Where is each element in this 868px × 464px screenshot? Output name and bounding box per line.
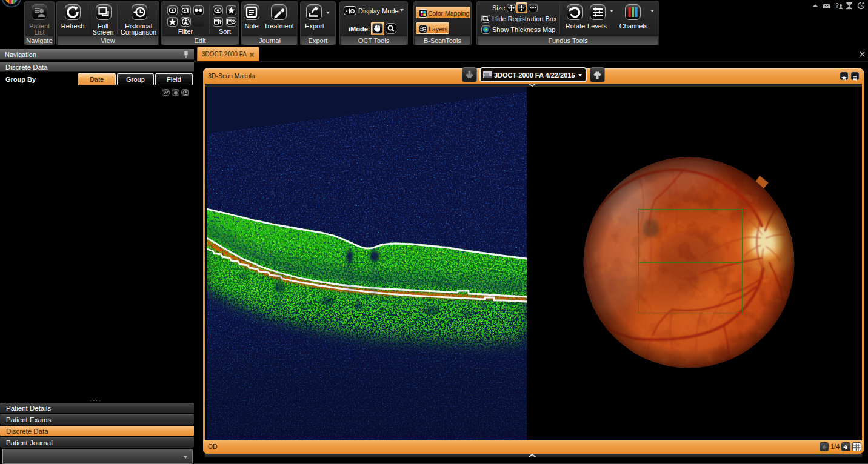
svg-text:?: ? [835,2,839,9]
